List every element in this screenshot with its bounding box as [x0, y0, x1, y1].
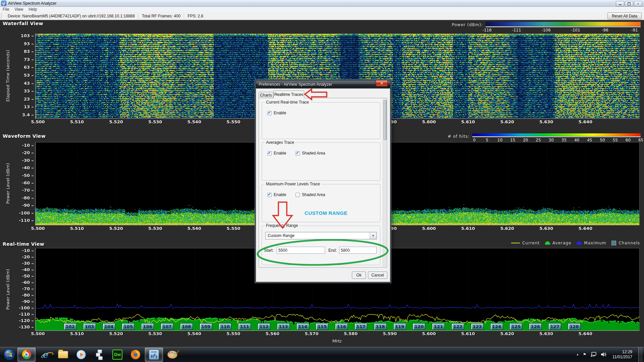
reset-all-data-button[interactable]: Reset All Data: [607, 12, 642, 19]
channel-badge: 112: [258, 323, 270, 330]
scrollbar-thumb[interactable]: [383, 100, 387, 140]
start-label: Start:: [264, 248, 274, 253]
airview-button[interactable]: [145, 348, 163, 362]
legend-tick-label: 55: [613, 138, 618, 142]
y-tick-label: -30: [22, 261, 34, 266]
dropdown-button[interactable]: ▼: [370, 232, 376, 239]
channel-badge: 114: [297, 323, 309, 330]
y-tick-label: 93: [24, 41, 34, 46]
current-enable-checkbox[interactable]: ✔: [267, 111, 272, 115]
channel-badge: 104: [103, 323, 115, 330]
x-tick-label: 5.570: [305, 331, 319, 336]
paint-button[interactable]: [164, 348, 181, 361]
y-tick-label: 63: [24, 65, 34, 70]
hits-legend: # of hits: 05101520253035404550556065: [448, 133, 641, 142]
volume-icon[interactable]: [600, 352, 606, 357]
tab-charts[interactable]: Charts: [259, 92, 273, 98]
x-tick-label: 5.630: [539, 119, 553, 124]
cancel-button[interactable]: Cancel: [368, 272, 387, 279]
y-tick-label: -10: [22, 248, 34, 253]
legend-tick-label: -101: [571, 28, 580, 33]
legend-tick-label: -91: [631, 28, 638, 33]
hidden-icons-button[interactable]: ▲: [576, 353, 579, 356]
maximum-shaded-checkbox[interactable]: ✔: [296, 193, 300, 197]
close-icon: ×: [637, 2, 639, 5]
taskbar: eDw ▲ ⚑ 12:29 11/01/2017: [0, 347, 644, 362]
app-icon: [1, 1, 6, 6]
windows-explorer-button[interactable]: [54, 348, 72, 361]
channels-swatch: [611, 241, 616, 245]
x-tick-label: 5.600: [422, 119, 436, 124]
y-tick-label: -80: [22, 195, 34, 200]
airview-window: AirView Spectrum Analyzer × FileViewHelp…: [0, 0, 644, 362]
y-tick-label: -10: [22, 143, 34, 148]
dialog-close-button[interactable]: ×: [376, 80, 388, 86]
realtime-yticks: -10-20-30-40-50-60-70-80-90-100-110-120-…: [15, 248, 35, 330]
dialog-title-bar[interactable]: Preferences - AirView Spectrum Analyzer: [256, 80, 390, 88]
y-tick-label: -110: [19, 312, 34, 317]
channel-badge: 127: [548, 323, 561, 330]
start-button[interactable]: [2, 348, 17, 361]
y-tick-label: 13: [24, 104, 34, 109]
menu-view[interactable]: View: [12, 7, 26, 12]
dreamweaver-button[interactable]: Dw: [109, 348, 126, 361]
chrome-button[interactable]: [17, 348, 36, 362]
group-title: Averages Trace: [265, 140, 296, 145]
legend-item-maximum: Maximum: [577, 241, 606, 245]
legend-tick-label: 5: [486, 138, 488, 142]
minimize-button[interactable]: [616, 1, 624, 6]
check-icon: ✔: [268, 192, 271, 197]
channel-badge: 119: [393, 323, 406, 330]
title-bar: AirView Spectrum Analyzer ×: [0, 0, 644, 7]
window-title: AirView Spectrum Analyzer: [8, 1, 57, 6]
menu-help[interactable]: Help: [26, 7, 40, 12]
x-tick-label: 5.500: [31, 331, 45, 336]
legend-tick-label: -106: [541, 28, 550, 33]
system-tray: ▲ ⚑ 12:29 11/01/2017: [576, 347, 644, 362]
start-frequency-input[interactable]: [277, 247, 325, 254]
y-tick-label: 73: [24, 57, 34, 62]
media-player-button[interactable]: [72, 348, 90, 361]
menu-file[interactable]: File: [0, 7, 12, 12]
ok-button[interactable]: Ok: [352, 272, 366, 279]
action-center-flag-icon[interactable]: ⚑: [583, 352, 586, 357]
maximize-button[interactable]: [625, 1, 633, 6]
check-icon: ✔: [268, 150, 271, 155]
y-tick-label: -90: [22, 299, 34, 304]
averages-enable-checkbox[interactable]: ✔: [267, 151, 272, 156]
legend-label: Channels: [619, 241, 640, 245]
network-icon[interactable]: [590, 352, 596, 357]
averages-shaded-checkbox[interactable]: ✔: [296, 151, 300, 156]
y-tick-label: -40: [22, 267, 34, 272]
y-tick-label: -50: [22, 274, 34, 279]
frequency-range-dropdown[interactable]: Custom Range ▼: [265, 232, 377, 239]
y-tick-label: -70: [22, 188, 34, 193]
channel-badge: 111: [238, 323, 251, 330]
dialog-scrollbar[interactable]: [383, 99, 386, 267]
fps-status: FPS: 2.8: [184, 14, 207, 18]
x-tick-label: 5.610: [461, 331, 475, 336]
channel-row: 1021031041051061071081091101111121131141…: [36, 323, 639, 330]
internet-explorer-button[interactable]: e: [36, 348, 54, 361]
realtime-traces-panel: Current Real-time Trace ✔ Enable Average…: [259, 98, 387, 267]
channel-badge: 103: [83, 323, 96, 330]
legend-tick-label: -116: [482, 28, 491, 33]
group-title: Maximum Power Levels Trace: [265, 182, 321, 186]
clock[interactable]: 12:29 11/01/2017: [612, 350, 632, 360]
close-button[interactable]: ×: [634, 1, 642, 6]
channel-badge: 121: [432, 323, 445, 330]
firefox-button[interactable]: [127, 348, 144, 361]
show-desktop-button[interactable]: [638, 347, 643, 362]
group-maximum-trace: Maximum Power Levels Trace ✔ Enable ✔ Sh…: [262, 184, 380, 222]
x-tick-label: 5.500: [31, 119, 45, 124]
channel-badge: 126: [529, 323, 542, 330]
legend-tick-label: 15: [510, 138, 515, 142]
legend-item-channels: Channels: [611, 241, 640, 245]
stacked-boxes-button[interactable]: [91, 348, 108, 361]
maximum-enable-checkbox[interactable]: ✔: [267, 193, 272, 197]
y-tick-label: 53: [24, 73, 34, 78]
tab-realtime-traces[interactable]: Realtime Traces: [273, 90, 304, 98]
x-tick-label: 5.530: [148, 226, 162, 231]
end-frequency-input[interactable]: [339, 247, 377, 254]
channel-badge: 106: [141, 323, 154, 330]
